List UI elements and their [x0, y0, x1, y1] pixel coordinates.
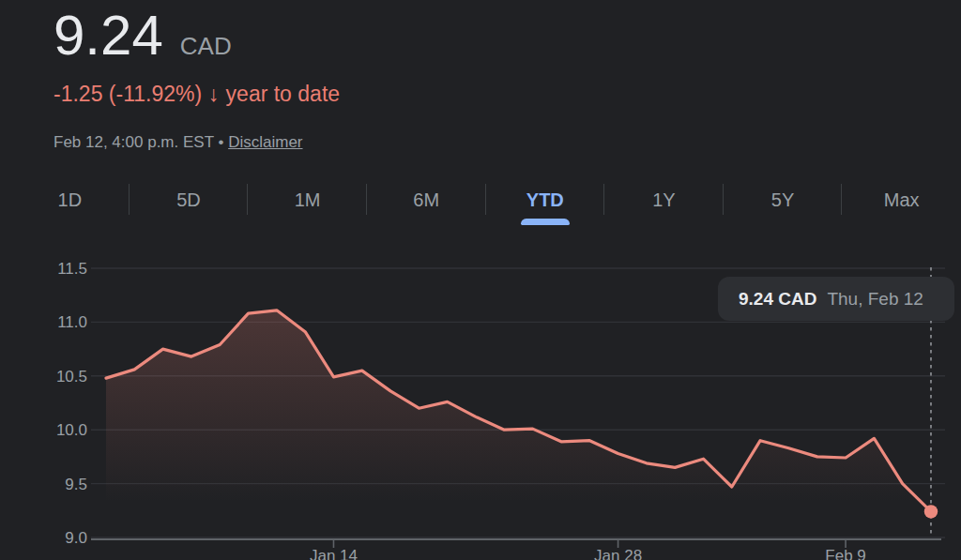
- x-axis-tick-label: Feb 9: [825, 548, 865, 560]
- tooltip-price: 9.24 CAD: [739, 289, 816, 310]
- x-axis-tick-label: Jan 14: [310, 548, 358, 560]
- x-axis-tick-label: Jan 28: [594, 548, 642, 560]
- tooltip-date: Thu, Feb 12: [827, 289, 923, 310]
- last-price-dot: [924, 505, 938, 518]
- x-axis-ticks: [333, 540, 846, 548]
- y-axis-tick-label: 10.0: [36, 422, 87, 438]
- y-axis-tick-label: 11.0: [36, 314, 87, 330]
- area-fill: [106, 310, 931, 537]
- y-axis-tick-label: 9.5: [36, 477, 87, 492]
- google-finance-quote-panel: 9.24 CAD -1.25 (-11.92%) ↓ year to date …: [0, 0, 961, 560]
- y-axis-tick-label: 11.5: [36, 261, 87, 277]
- y-axis-tick-label: 10.5: [36, 369, 87, 385]
- chart-tooltip: 9.24 CAD Thu, Feb 12: [718, 277, 954, 321]
- y-axis-tick-label: 9.0: [36, 530, 87, 546]
